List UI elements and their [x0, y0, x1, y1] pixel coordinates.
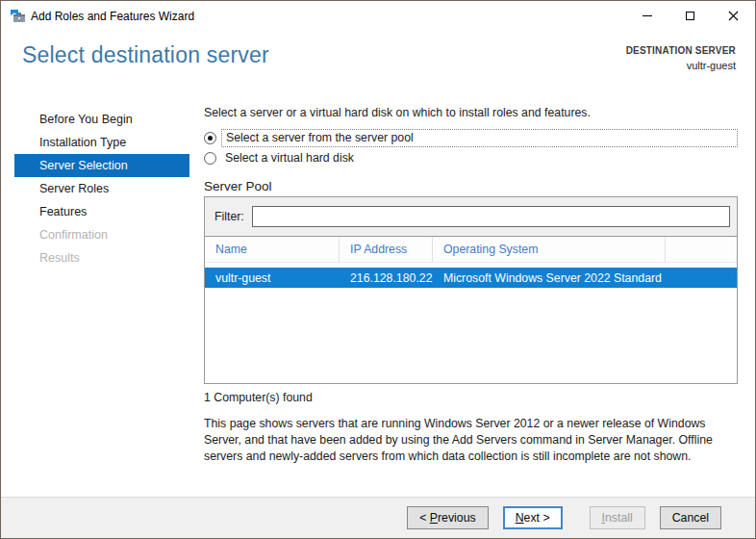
sidebar-item-confirmation: Confirmation — [14, 223, 189, 246]
title-bar: Add Roles and Features Wizard — [1, 1, 755, 31]
radio-row-virtual-hard-disk: Select a virtual hard disk — [204, 149, 738, 167]
maximize-button[interactable] — [668, 1, 712, 31]
next-button[interactable]: Next > — [503, 506, 563, 529]
radio-select-server-pool[interactable] — [204, 132, 216, 144]
window-title: Add Roles and Features Wizard — [31, 10, 625, 23]
sidebar-item-before-you-begin[interactable]: Before You Begin — [14, 108, 189, 131]
page-description: This page shows servers that are running… — [204, 416, 738, 466]
previous-label-pre: < — [419, 511, 430, 525]
next-label-key: N — [516, 511, 524, 525]
wizard-steps-sidebar: Before You Begin Installation Type Serve… — [1, 96, 189, 497]
cancel-label: Cancel — [672, 511, 709, 525]
wizard-window: Add Roles and Features Wizard Select des… — [0, 0, 756, 539]
next-label-post: ext > — [524, 511, 550, 525]
computers-found-text: 1 Computer(s) found — [204, 391, 738, 404]
cell-operating-system: Microsoft Windows Server 2022 Standard — [433, 271, 666, 285]
radio-select-virtual-hard-disk[interactable] — [204, 152, 216, 165]
sidebar-item-server-roles[interactable]: Server Roles — [14, 177, 189, 200]
install-button: Install — [590, 506, 645, 529]
cancel-button[interactable]: Cancel — [660, 506, 721, 529]
server-pool-title: Server Pool — [204, 179, 738, 193]
wizard-footer: < Previous Next > Install Cancel — [1, 497, 755, 538]
radio-label-virtual-hard-disk[interactable]: Select a virtual hard disk — [221, 150, 358, 167]
caption-controls — [625, 1, 755, 31]
column-header-operating-system[interactable]: Operating System — [433, 237, 666, 262]
column-header-empty — [666, 237, 737, 262]
radio-row-server-pool: Select a server from the server pool — [204, 129, 738, 147]
sidebar-item-results: Results — [14, 246, 189, 270]
intro-text: Select a server or a virtual hard disk o… — [204, 106, 738, 119]
minimize-button[interactable] — [625, 1, 668, 31]
server-pool-table: Name IP Address Operating System vultr-g… — [204, 237, 738, 384]
column-header-name[interactable]: Name — [205, 237, 340, 262]
install-label-post: nstall — [605, 511, 633, 525]
server-pool-section: Server Pool Filter: Name IP Address Oper… — [204, 179, 738, 384]
main-content: Select a server or a virtual hard disk o… — [189, 96, 755, 497]
destination-server-value: vultr-guest — [626, 59, 736, 74]
radio-label-server-pool[interactable]: Select a server from the server pool — [221, 129, 738, 147]
cell-name: vultr-guest — [205, 271, 340, 285]
filter-label: Filter: — [214, 210, 244, 223]
wizard-body: Before You Begin Installation Type Serve… — [1, 96, 755, 497]
page-header: Select destination server DESTINATION SE… — [1, 31, 755, 96]
cell-ip-address: 216.128.180.225 — [340, 271, 433, 285]
page-title: Select destination server — [22, 42, 269, 68]
sidebar-item-installation-type[interactable]: Installation Type — [14, 131, 189, 154]
column-header-ip-address[interactable]: IP Address — [340, 237, 433, 262]
filter-input[interactable] — [252, 206, 730, 227]
sidebar-item-features[interactable]: Features — [14, 200, 189, 223]
close-icon — [728, 11, 739, 21]
previous-button[interactable]: < Previous — [407, 506, 488, 529]
destination-server-label: DESTINATION SERVER — [626, 44, 736, 59]
previous-label-post: revious — [438, 511, 476, 525]
server-manager-icon — [10, 9, 26, 24]
sidebar-item-server-selection[interactable]: Server Selection — [14, 154, 189, 177]
close-button[interactable] — [712, 1, 755, 31]
maximize-icon — [686, 12, 694, 20]
minimize-icon — [643, 15, 652, 16]
destination-server-block: DESTINATION SERVER vultr-guest — [626, 42, 736, 73]
table-header-row: Name IP Address Operating System — [205, 237, 737, 263]
previous-label-key: P — [430, 511, 438, 525]
filter-panel: Filter: — [204, 196, 738, 237]
table-row-vultr-guest[interactable]: vultr-guest 216.128.180.225 Microsoft Wi… — [205, 268, 737, 288]
